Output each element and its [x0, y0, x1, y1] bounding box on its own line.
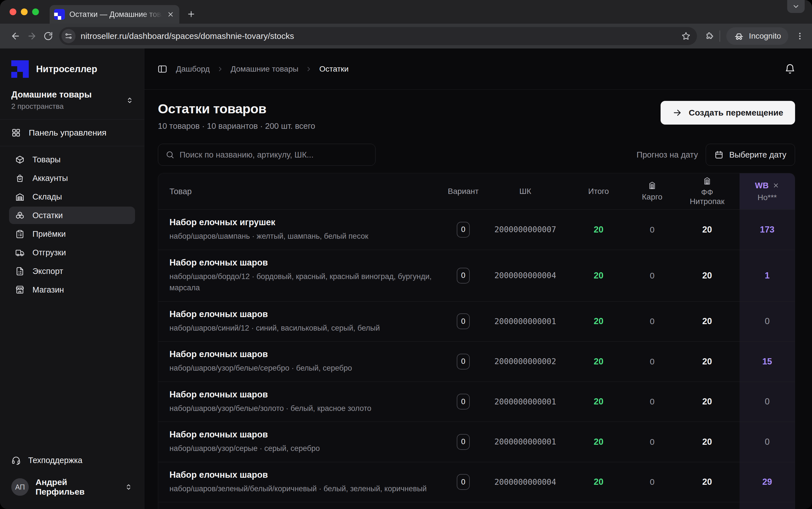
sidebar-item-receivings[interactable]: Приёмки [9, 225, 135, 243]
breadcrumb-current: Остатки [319, 65, 349, 74]
total-cell: 20 [567, 437, 629, 447]
url-text[interactable]: nitroseller.ru/dashboard/spaces/domashni… [80, 31, 676, 41]
sidebar-item-label: Аккаунты [32, 174, 68, 183]
variant-cell: 0 [444, 394, 483, 409]
product-name: Набор елочных шаров [169, 258, 432, 268]
forecast-label: Прогноз на дату [637, 150, 698, 160]
sidebar-item-shipments[interactable]: Отгрузки [9, 244, 135, 261]
column-variant: Вариант [444, 187, 483, 196]
remove-wb-column-icon[interactable] [773, 182, 779, 189]
table-row[interactable]: Набор елочных шаров набор/шаров/узор/бел… [158, 382, 795, 422]
wb-cell: 0 [740, 422, 795, 462]
boxes-icon [15, 211, 25, 220]
chevron-right-icon [305, 65, 313, 73]
stocks-table: Товар Вариант ШК Итого Карго ФФНитропак [158, 173, 795, 509]
site-controls-icon[interactable] [61, 29, 75, 43]
total-cell: 20 [567, 225, 629, 235]
ff-nitropak-cell: 20 [675, 271, 740, 281]
workspace-selector[interactable]: Домашние товары 2 пространства [0, 80, 144, 119]
sku-cell: 2000000000002 [483, 357, 567, 366]
cargo-cell: 0 [629, 271, 675, 280]
address-bar[interactable]: nitroseller.ru/dashboard/spaces/domashni… [59, 27, 697, 45]
table-row[interactable]: Набор елочных шаров набор/шаров/узор/сер… [158, 421, 795, 462]
wb-cell: 0 [740, 302, 795, 342]
minimize-window-button[interactable] [21, 8, 28, 15]
browser-menu-icon[interactable] [795, 31, 805, 41]
notifications-bell-icon[interactable] [784, 63, 795, 75]
sidebar-item-export[interactable]: Экспорт [9, 262, 135, 280]
page-subtitle: 10 товаров · 10 вариантов · 200 шт. всег… [158, 122, 315, 131]
support-link[interactable]: Техподдержка [11, 455, 133, 465]
variant-badge: 0 [457, 434, 470, 450]
product-name: Набор елочных шаров [169, 309, 432, 319]
shopping-bag-icon [15, 174, 25, 183]
wb-cell: 15 [740, 342, 795, 382]
store-icon [15, 285, 25, 295]
variant-badge: 0 [457, 354, 470, 370]
tab-search-chevron-icon[interactable] [787, 0, 805, 13]
workspace-meta: 2 пространства [11, 102, 126, 111]
sku-cell: 2000000000001 [483, 317, 567, 326]
total-cell: 20 [567, 397, 629, 407]
table-row[interactable]: Набор елочных шаров набор/шаров/узор/бел… [158, 341, 795, 382]
variant-cell: 0 [444, 268, 483, 283]
back-button[interactable] [7, 28, 24, 44]
wb-column-sublabel: Но*** [757, 193, 777, 202]
reload-button[interactable] [40, 28, 56, 44]
breadcrumb-space[interactable]: Домашние товары [231, 65, 299, 74]
ff-nitropak-cell: 20 [675, 437, 740, 447]
product-name: Набор елочных шаров [169, 430, 432, 440]
cargo-cell: 0 [629, 225, 675, 235]
create-transfer-label: Создать перемещение [689, 108, 783, 117]
breadcrumb-dashboard[interactable]: Дашборд [176, 65, 210, 74]
sidebar-item-accounts[interactable]: Аккаунты [9, 169, 135, 187]
cargo-cell: 0 [629, 397, 675, 406]
chevrons-up-down-icon [126, 96, 134, 105]
sidebar-item-shop[interactable]: Магазин [9, 281, 135, 299]
table-row[interactable]: Набор елочных шаров набор/шаров/бордо/12… [158, 250, 795, 301]
window-controls [9, 8, 39, 15]
table-row[interactable]: Набор елочных шаров набор/шаров/синий/12… [158, 301, 795, 342]
ff-nitropak-cell: 20 [675, 225, 740, 235]
sidebar-toggle-icon[interactable] [157, 64, 167, 74]
sidebar: Нитроселлер Домашние товары 2 пространст… [0, 48, 144, 509]
forward-button[interactable] [24, 28, 40, 44]
sidebar-item-label: Панель управления [29, 128, 106, 138]
sidebar-item-warehouses[interactable]: Склады [9, 188, 135, 205]
zoom-window-button[interactable] [32, 8, 39, 15]
arrow-right-icon [673, 108, 682, 117]
sidebar-item-dashboard[interactable]: Панель управления [0, 120, 144, 146]
product-subtitle: набор/шаров/узор/белые/серебро · белый, … [169, 363, 432, 374]
create-transfer-button[interactable]: Создать перемещение [660, 101, 795, 125]
ff-nitropak-cell: 20 [675, 397, 740, 407]
extensions-icon[interactable] [704, 31, 713, 41]
column-sku: ШК [483, 187, 567, 196]
sidebar-item-products[interactable]: Товары [9, 151, 135, 168]
product-name: Набор елочных шаров [169, 349, 432, 359]
browser-tab[interactable]: Остатки — Домашние товар [50, 5, 179, 24]
wb-cell: 0 [740, 382, 795, 422]
product-subtitle: набор/шаров/бордо/12 · бордовый, красный… [169, 271, 432, 294]
column-wb: WB Но*** [740, 173, 795, 209]
user-menu[interactable]: АП Андрей Перфильев [11, 477, 133, 497]
date-picker-button[interactable]: Выберите дату [706, 144, 795, 166]
close-window-button[interactable] [9, 8, 17, 15]
total-cell: 20 [567, 357, 629, 367]
sidebar-item-stocks[interactable]: Остатки [9, 207, 135, 224]
table-row[interactable]: Набор елочных шаров набор/шаров/зеленый/… [158, 462, 795, 502]
new-tab-button[interactable] [187, 9, 196, 19]
table-row[interactable]: Набор елочных игрушек набор/шаров/шампан… [158, 209, 795, 250]
variant-badge: 0 [457, 268, 470, 283]
variant-cell: 0 [444, 313, 483, 329]
tab-close-icon[interactable] [167, 11, 174, 18]
sidebar-item-label: Товары [32, 155, 61, 164]
site-favicon [54, 9, 65, 20]
search-input[interactable] [180, 150, 368, 160]
cargo-cell: 0 [629, 316, 675, 326]
chevron-right-icon [217, 65, 224, 73]
table-header: Товар Вариант ШК Итого Карго ФФНитропак [158, 173, 795, 209]
product-name: Набор елочных шаров [169, 389, 432, 400]
bookmark-star-icon[interactable] [681, 31, 691, 41]
variant-cell: 0 [444, 474, 483, 490]
topbar: Дашборд Домашние товары Остатки [144, 48, 812, 90]
